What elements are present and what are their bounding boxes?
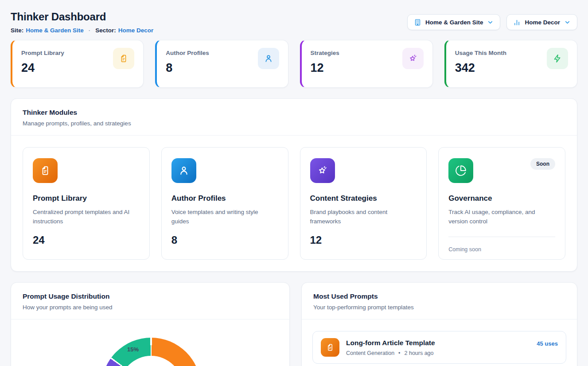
sector-selector-label: Home Decor bbox=[525, 19, 560, 26]
most-used-prompts-card: Most Used Prompts Your top-performing pr… bbox=[301, 282, 577, 366]
file-text-icon bbox=[321, 338, 339, 357]
breadcrumb: Site: Home & Garden Site · Sector: Home … bbox=[11, 27, 153, 34]
module-card-prompt-library[interactable]: Prompt Library Centralized prompt templa… bbox=[23, 147, 150, 260]
page-title: Thinker Dashboard bbox=[11, 11, 153, 23]
module-title: Prompt Library bbox=[33, 194, 140, 203]
sparkle-star-icon bbox=[402, 48, 424, 69]
module-count: 24 bbox=[33, 234, 140, 246]
prompt-meta: Content Generation • 2 hours ago bbox=[346, 350, 530, 356]
stats-row: Prompt Library 24 Author Profiles 8 Stra… bbox=[11, 40, 577, 88]
module-description: Centralized prompt templates and AI inst… bbox=[33, 208, 137, 226]
user-icon bbox=[258, 48, 279, 69]
stat-text: Prompt Library 24 bbox=[21, 48, 64, 80]
sector-selector-dropdown[interactable]: Home Decor bbox=[506, 14, 577, 30]
stat-label: Prompt Library bbox=[21, 48, 64, 56]
panel-subtitle: How your prompts are being used bbox=[23, 304, 278, 311]
panel-subtitle: Your top-performing prompt templates bbox=[313, 304, 565, 311]
modules-grid: Prompt Library Centralized prompt templa… bbox=[11, 136, 577, 271]
site-link[interactable]: Home & Garden Site bbox=[26, 27, 84, 34]
stat-label: Usage This Month bbox=[455, 48, 506, 56]
header-left: Thinker Dashboard Site: Home & Garden Si… bbox=[11, 11, 153, 34]
meta-dot: • bbox=[398, 350, 400, 356]
stat-text: Usage This Month 342 bbox=[455, 48, 506, 80]
stat-value: 12 bbox=[311, 61, 339, 75]
building-icon bbox=[414, 19, 421, 26]
prompt-time: 2 hours ago bbox=[405, 350, 434, 356]
soon-badge: Soon bbox=[530, 158, 555, 170]
module-description: Track AI usage, compliance, and version … bbox=[448, 208, 553, 226]
prompt-item-text: Long-form Article Template Content Gener… bbox=[346, 339, 530, 356]
module-count: 12 bbox=[310, 234, 417, 246]
panel-title: Most Used Prompts bbox=[313, 292, 565, 300]
panel-subtitle: Manage prompts, profiles, and strategies bbox=[23, 120, 565, 127]
stat-card-strategies: Strategies 12 bbox=[300, 40, 433, 88]
stat-card-usage: Usage This Month 342 bbox=[444, 40, 577, 88]
zap-icon bbox=[547, 48, 568, 69]
module-description: Voice templates and writing style guides bbox=[171, 208, 276, 226]
bottom-row: Prompt Usage Distribution How your promp… bbox=[11, 272, 577, 366]
stat-label: Strategies bbox=[311, 48, 339, 56]
panel-header: Thinker Modules Manage prompts, profiles… bbox=[11, 99, 577, 136]
panel-title: Thinker Modules bbox=[23, 109, 565, 117]
divider bbox=[448, 237, 555, 237]
sector-link[interactable]: Home Decor bbox=[118, 27, 154, 34]
stat-text: Author Profiles 8 bbox=[166, 48, 209, 80]
module-card-author-profiles[interactable]: Author Profiles Voice templates and writ… bbox=[161, 147, 288, 260]
module-description: Brand playbooks and content frameworks bbox=[310, 208, 414, 226]
module-count: 8 bbox=[171, 234, 278, 246]
user-icon bbox=[171, 158, 196, 183]
file-text-icon bbox=[33, 158, 58, 183]
coming-soon-text: Coming soon bbox=[448, 246, 555, 253]
panel-title: Prompt Usage Distribution bbox=[23, 292, 278, 300]
panel-header: Prompt Usage Distribution How your promp… bbox=[11, 283, 289, 319]
stat-value: 342 bbox=[455, 61, 506, 75]
panel-header: Most Used Prompts Your top-performing pr… bbox=[302, 283, 577, 319]
site-label: Site: bbox=[11, 27, 23, 34]
stat-card-author-profiles: Author Profiles 8 bbox=[155, 40, 288, 88]
prompt-category: Content Generation bbox=[346, 350, 394, 356]
module-title: Author Profiles bbox=[171, 194, 278, 203]
prompt-list-item[interactable]: Long-form Article Template Content Gener… bbox=[312, 331, 566, 364]
sector-label: Sector: bbox=[95, 27, 116, 34]
stat-value: 24 bbox=[21, 61, 64, 75]
dashboard-page: Thinker Dashboard Site: Home & Garden Si… bbox=[0, 0, 588, 366]
chevron-down-icon bbox=[487, 19, 494, 26]
pie-chart-icon bbox=[448, 158, 473, 183]
slice-label: 15% bbox=[124, 346, 142, 353]
stat-label: Author Profiles bbox=[166, 48, 209, 56]
stat-value: 8 bbox=[166, 61, 209, 75]
separator-dot: · bbox=[89, 27, 91, 34]
header-actions: Home & Garden Site Home Decor bbox=[407, 14, 577, 30]
site-selector-dropdown[interactable]: Home & Garden Site bbox=[407, 14, 501, 30]
chevron-down-icon bbox=[564, 19, 571, 26]
sparkle-star-icon bbox=[310, 158, 335, 183]
stat-card-prompt-library: Prompt Library 24 bbox=[11, 40, 144, 88]
module-title: Content Strategies bbox=[310, 194, 417, 203]
prompt-usage-card: Prompt Usage Distribution How your promp… bbox=[11, 282, 290, 366]
bar-chart-icon bbox=[513, 19, 521, 26]
file-text-icon bbox=[113, 48, 134, 69]
uses-badge: 45 uses bbox=[537, 340, 558, 347]
donut-chart-area: 15% bbox=[11, 319, 289, 366]
prompt-title: Long-form Article Template bbox=[346, 339, 530, 347]
module-title: Governance bbox=[448, 194, 555, 203]
module-card-content-strategies[interactable]: Content Strategies Brand playbooks and c… bbox=[300, 147, 427, 260]
stat-text: Strategies 12 bbox=[311, 48, 339, 80]
donut-chart: 15% bbox=[101, 338, 201, 366]
thinker-modules-panel: Thinker Modules Manage prompts, profiles… bbox=[11, 98, 577, 272]
site-selector-label: Home & Garden Site bbox=[425, 19, 483, 26]
module-card-governance[interactable]: Soon Governance Track AI usage, complian… bbox=[438, 147, 565, 260]
page-header: Thinker Dashboard Site: Home & Garden Si… bbox=[11, 0, 577, 34]
